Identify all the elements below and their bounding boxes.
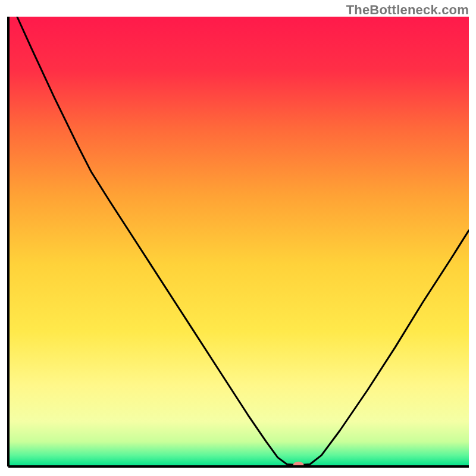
bottleneck-chart: TheBottleneck.com xyxy=(0,0,476,476)
plot-area xyxy=(8,17,469,469)
chart-svg xyxy=(0,0,476,476)
watermark-label: TheBottleneck.com xyxy=(346,2,469,18)
